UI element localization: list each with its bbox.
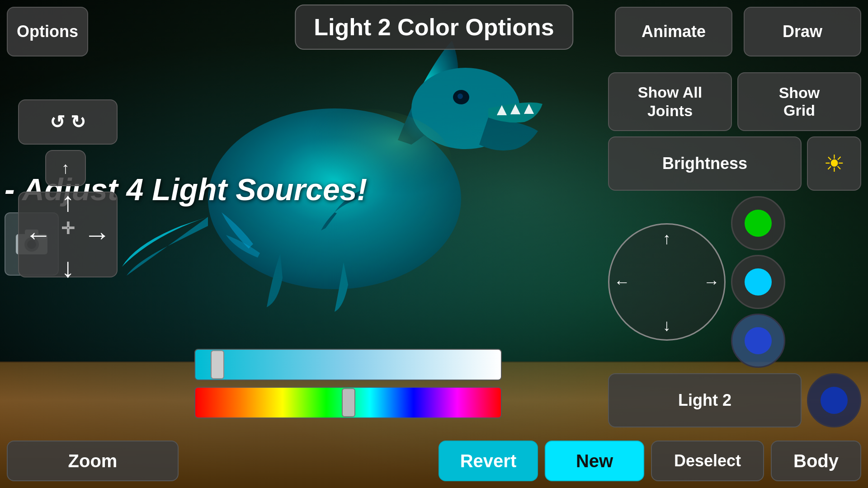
hue-slider-container [194,387,502,418]
hue-slider-thumb[interactable] [342,388,355,417]
light2-row: Light 2 [608,373,861,427]
green-dot [745,210,772,237]
body-button[interactable]: Body [771,441,861,481]
move-right-icon: → [84,219,111,250]
color-sliders-area [194,349,502,425]
rotation-down-arrow[interactable]: ↓ [663,316,671,335]
new-button[interactable]: New [545,441,644,481]
svg-point-3 [458,94,463,99]
rotate-arrows-icon: ↺ ↻ [50,112,85,132]
show-all-joints-button[interactable]: Show All Joints [608,72,732,131]
brightness-row: Brightness ☀ [608,136,861,191]
move-button[interactable]: ↑ ← ✛ → ↓ [18,192,118,277]
rotation-widget[interactable]: ↑ ↓ ← → [608,223,726,341]
brightness-slider-container [194,349,502,380]
options-button[interactable]: Options [7,7,88,56]
sun-icon-button[interactable]: ☀ [807,136,861,191]
move-up-icon: ↑ [61,186,75,217]
color-dark-blue-button[interactable] [807,373,861,427]
color-blue-button[interactable] [731,314,785,368]
up-arrow-button[interactable]: ↑ [45,150,86,186]
revert-button[interactable]: Revert [439,441,538,481]
move-arrows: ↑ ← ✛ → ↓ [25,186,111,283]
move-down-icon: ↓ [61,252,75,283]
color-green-button[interactable] [731,196,785,250]
hue-slider-track[interactable] [194,387,502,418]
zoom-button[interactable]: Zoom [7,441,179,481]
brightness-button[interactable]: Brightness [608,136,802,191]
left-panel: ↺ ↻ ↑ ↑ ← ✛ → ↓ [5,99,131,277]
brightness-slider-thumb[interactable] [211,350,224,379]
move-left-icon: ← [25,219,52,250]
brightness-slider-track[interactable] [194,349,502,380]
page-title: Light 2 Color Options [295,5,573,50]
color-cyan-button[interactable] [731,255,785,309]
draw-button[interactable]: Draw [744,7,861,56]
rotate-horizontal-button[interactable]: ↺ ↻ [18,99,118,145]
deselect-button[interactable]: Deselect [651,441,764,481]
bottom-panel: Zoom Revert New Deselect Body [0,441,868,481]
color-circles-column [731,196,785,368]
right-panel: Show All Joints Show Grid Brightness ☀ ↑… [608,72,861,427]
up-arrow-icon: ↑ [61,159,70,178]
blue-dot [745,327,772,354]
move-center-icon: ✛ [61,219,75,250]
dark-blue-dot [821,387,848,414]
visibility-row: Show All Joints Show Grid [608,72,861,131]
rotation-right-arrow[interactable]: → [703,272,720,291]
animate-button[interactable]: Animate [615,7,732,56]
rotation-left-arrow[interactable]: ← [614,272,630,291]
rotation-up-arrow[interactable]: ↑ [663,229,671,248]
sun-icon: ☀ [824,150,845,177]
show-grid-button[interactable]: Show Grid [737,72,861,131]
cyan-dot [745,268,772,296]
rotation-color-row: ↑ ↓ ← → [608,196,861,368]
light2-button[interactable]: Light 2 [608,373,802,427]
